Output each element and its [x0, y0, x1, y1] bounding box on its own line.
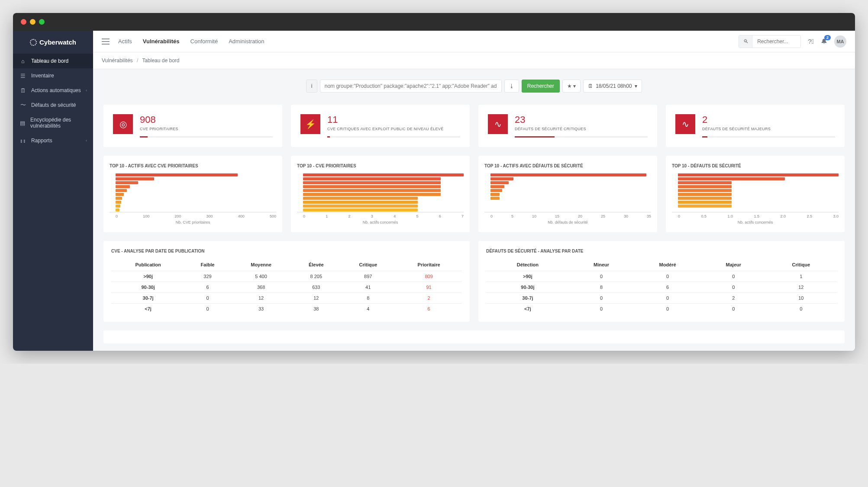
filter-bar: i ⭳ Rechercher ★ ▾ 🗓︎ 18/05/21 08h00 ▾ [103, 80, 845, 93]
chart-card[interactable]: TOP 10 - ACTIFS AVEC DÉFAUTS DE SÉCURITÉ… [478, 156, 657, 232]
sidebar-item-dashboard[interactable]: ⌂ Tableau de bord [13, 54, 93, 68]
axis-tick: 2.5 [807, 214, 812, 218]
chart-bar [490, 185, 504, 188]
chart-plot-area [672, 173, 839, 210]
axis-tick: 15 [555, 214, 559, 218]
table-cell: 8 [340, 292, 396, 303]
table-row: CVE - ANALYSE PAR DATE DE PUBLICATION Pu… [103, 241, 845, 322]
kpi-progress [327, 136, 460, 138]
axis-tick: 2.0 [780, 214, 786, 218]
axis-tick: 0 [490, 214, 493, 218]
brand-icon [30, 39, 37, 46]
table-cell: 5 400 [230, 271, 292, 282]
kpi-label: DÉFAUTS DE SÉCURITÉ CRITIQUES [515, 126, 648, 132]
kpi-card-cve-critical-exploit[interactable]: ⚡ 11 CVE CRITIQUES AVEC EXPLOIT PUBLIC D… [291, 105, 470, 147]
table-cell: 0 [633, 271, 702, 282]
sidebar-item-security-defects[interactable]: 〜 Défauts de sécurité [13, 98, 93, 112]
topnav-item-assets[interactable]: Actifs [118, 38, 132, 45]
table-cell: 90-30j [111, 282, 185, 292]
book-icon: ▤ [20, 120, 25, 126]
table-row: <7j0333846 [111, 303, 462, 314]
topnav-item-compliance[interactable]: Conformité [190, 38, 218, 45]
kpi-label: CVE PRIORITAIRES [140, 126, 273, 132]
axis-tick: 0.5 [701, 214, 707, 218]
filter-date-picker[interactable]: 🗓︎ 18/05/21 08h00 ▾ [583, 80, 642, 93]
chart-bar [678, 173, 839, 176]
pulse-icon: ∿ [675, 114, 695, 134]
table-row: >90j3295 4008 205897809 [111, 271, 462, 282]
filter-upload-button[interactable]: ⭳ [504, 80, 519, 93]
filter-favorite-button[interactable]: ★ ▾ [562, 80, 581, 93]
table-header: Moyenne [230, 259, 292, 271]
topnav-item-vulnerabilities[interactable]: Vulnérabilités [143, 38, 180, 45]
home-icon: ⌂ [20, 58, 26, 64]
table-cell: 0 [633, 303, 702, 314]
chart-x-label: Nb. actifs concernés [672, 220, 839, 224]
chart-bar [303, 193, 441, 196]
topnav-item-administration[interactable]: Administration [229, 38, 264, 45]
table-row: <7j0000 [486, 303, 837, 314]
chart-bar [116, 177, 154, 180]
axis-tick: 200 [174, 214, 181, 218]
chart-x-label: Nb. actifs concernés [297, 220, 464, 224]
cve-analysis-table: PublicationFaibleMoyenneÉlevéeCritiquePr… [111, 259, 462, 314]
axis-tick: 30 [624, 214, 628, 218]
chart-bar [678, 205, 732, 208]
chart-card[interactable]: TOP 10 - DÉFAUTS DE SÉCURITÉ00.51.01.52.… [666, 156, 845, 232]
table-row: 30-7j00210 [486, 292, 837, 303]
filter-search-button[interactable]: Rechercher [522, 80, 560, 93]
chart-x-axis: 0100200300400500 [110, 212, 276, 218]
table-card-defects-analysis: DÉFAUTS DE SÉCURITÉ - ANALYSE PAR DATE D… [478, 241, 845, 322]
search-input[interactable] [753, 35, 800, 48]
chevron-left-icon: ‹ [86, 138, 87, 143]
kpi-card-security-defects-critical[interactable]: ∿ 23 DÉFAUTS DE SÉCURITÉ CRITIQUES [478, 105, 657, 147]
list-icon: ☰ [20, 73, 26, 79]
sidebar-item-encyclopedia[interactable]: ▤ Encyclopédie des vulnérabilités [13, 112, 93, 133]
kpi-card-cve-priority[interactable]: ◎ 908 CVE PRIORITAIRES [103, 105, 282, 147]
sidebar-item-automatic-actions[interactable]: 🗓︎ Actions automatiques ‹ [13, 83, 93, 98]
sidebar-item-reports[interactable]: ⫾⫾ Rapports ‹ [13, 133, 93, 148]
axis-tick: 3 [371, 214, 373, 218]
filter-info-button[interactable]: i [306, 80, 317, 93]
chart-plot-area [110, 173, 276, 210]
axis-tick: 2 [348, 214, 351, 218]
window-close-button[interactable] [21, 19, 26, 25]
help-icon[interactable]: ?⃝ [808, 38, 814, 45]
menu-toggle-button[interactable] [102, 38, 110, 45]
chart-x-label: Nb. CVE prioritaires [110, 220, 276, 224]
table-cell: 0 [702, 303, 765, 314]
target-icon: ◎ [113, 114, 133, 134]
filter-query-input[interactable] [320, 80, 502, 93]
chart-bar [303, 208, 418, 211]
breadcrumb-parent[interactable]: Vulnérabilités [102, 58, 133, 64]
chart-bar [116, 197, 122, 200]
chart-bar [678, 189, 732, 192]
chart-bar [303, 173, 464, 176]
table-header: Élevée [292, 259, 340, 271]
table-cell: 0 [185, 303, 230, 314]
axis-tick: 0 [303, 214, 305, 218]
sidebar-item-inventory[interactable]: ☰ Inventaire [13, 68, 93, 83]
brand[interactable]: Cyberwatch [13, 31, 93, 54]
table-cell: <7j [486, 303, 569, 314]
chart-card[interactable]: TOP 10 - CVE PRIORITAIRES01234567Nb. act… [291, 156, 470, 232]
window-minimize-button[interactable] [30, 19, 35, 25]
sidebar-item-label: Inventaire [31, 73, 54, 79]
notifications-button[interactable]: 🔔︎2 [821, 38, 827, 45]
kpi-value: 11 [327, 114, 460, 125]
table-cell: 38 [292, 303, 340, 314]
window-maximize-button[interactable] [39, 19, 45, 25]
sidebar: Cyberwatch ⌂ Tableau de bord ☰ Inventair… [13, 31, 93, 351]
table-cell: 90-30j [486, 282, 569, 292]
table-cell: 329 [185, 271, 230, 282]
chart-card[interactable]: TOP 10 - ACTIFS AVEC CVE PRIORITAIRES010… [103, 156, 282, 232]
chart-title: TOP 10 - CVE PRIORITAIRES [297, 163, 464, 168]
user-avatar[interactable]: MA [834, 35, 846, 48]
table-cell: 0 [185, 292, 230, 303]
global-search[interactable]: 🔍︎ [739, 35, 801, 48]
chart-bar [303, 205, 418, 208]
kpi-card-security-defects-major[interactable]: ∿ 2 DÉFAUTS DE SÉCURITÉ MAJEURS [666, 105, 845, 147]
main-content: Actifs Vulnérabilités Conformité Adminis… [93, 31, 855, 351]
chart-bar [678, 201, 732, 204]
axis-tick: 1.0 [727, 214, 733, 218]
